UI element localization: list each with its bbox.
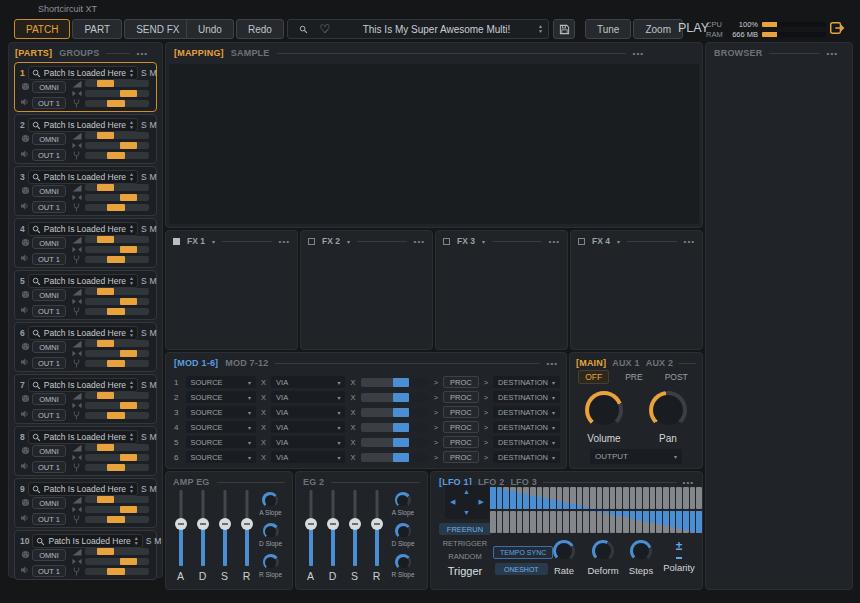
- mod-via-select[interactable]: VIA▾: [271, 451, 345, 463]
- part-slot[interactable]: 9Patch Is Loaded Here▲▼SMOMNIOUT 1: [14, 478, 157, 528]
- lfo-step-bar[interactable]: [636, 487, 642, 533]
- mod-depth-slider[interactable]: [361, 423, 429, 432]
- part-tune-slider[interactable]: [85, 568, 149, 575]
- lfo-step-bar[interactable]: [570, 487, 576, 533]
- a-slope-knob[interactable]: [395, 492, 411, 508]
- lfo-step-bar[interactable]: [656, 487, 662, 533]
- solo-button[interactable]: S: [141, 276, 147, 286]
- r-slope-knob[interactable]: [263, 554, 279, 570]
- mod-via-select[interactable]: VIA▾: [271, 376, 345, 388]
- output-select[interactable]: OUTPUT ▾: [590, 449, 682, 464]
- midi-channel-button[interactable]: OMNI: [32, 133, 66, 145]
- slider-handle[interactable]: [97, 444, 114, 451]
- chevron-down-icon[interactable]: ▾: [212, 238, 215, 245]
- adsr-a-slider[interactable]: [304, 490, 317, 566]
- routing-off-button[interactable]: OFF: [578, 370, 609, 384]
- part-tune-slider[interactable]: [85, 464, 149, 471]
- save-button[interactable]: [553, 19, 575, 39]
- lfo-step-bar[interactable]: [623, 487, 629, 533]
- dpad-right-icon[interactable]: ▶: [479, 498, 484, 505]
- part-slot[interactable]: 2Patch Is Loaded Here▲▼SMOMNIOUT 1: [14, 114, 157, 164]
- lfo-step-bar[interactable]: [683, 487, 689, 533]
- part-pan-slider[interactable]: [85, 454, 149, 461]
- fx-menu-icon[interactable]: •••: [549, 237, 560, 246]
- tune-button[interactable]: Tune: [585, 19, 631, 39]
- fx-enable-checkbox[interactable]: [443, 238, 450, 245]
- spinner-down-icon[interactable]: ▼: [129, 73, 134, 78]
- fx-enable-checkbox[interactable]: [578, 238, 585, 245]
- midi-channel-button[interactable]: OMNI: [32, 289, 66, 301]
- lfo-step-bar[interactable]: [590, 487, 596, 533]
- tab-mod-1-6[interactable]: [MOD 1-6]: [174, 358, 218, 368]
- patch-spinner[interactable]: ▲▼: [129, 484, 134, 494]
- freerun-button[interactable]: FREERUN: [439, 523, 491, 535]
- part-slot[interactable]: 10Patch Is Loaded Here▲▼SMOMNIOUT 1: [14, 530, 157, 580]
- mod-source-select[interactable]: SOURCE▾: [186, 391, 257, 403]
- lfo-step-bar[interactable]: [597, 487, 603, 533]
- part-pan-slider[interactable]: [85, 506, 149, 513]
- slider-handle[interactable]: [393, 423, 409, 432]
- patch-selector[interactable]: Patch Is Loaded Here▲▼: [28, 170, 138, 184]
- lfo-step-bar[interactable]: [503, 487, 509, 533]
- spinner-down-icon[interactable]: ▼: [129, 385, 134, 390]
- browser-menu-icon[interactable]: •••: [827, 49, 838, 58]
- slider-handle[interactable]: [107, 360, 124, 367]
- mod-depth-slider[interactable]: [361, 438, 429, 447]
- part-volume-slider[interactable]: [85, 80, 149, 87]
- slider-handle[interactable]: [197, 518, 209, 530]
- slider-handle[interactable]: [120, 142, 137, 149]
- lfo-step-bar[interactable]: [543, 487, 549, 533]
- slider-handle[interactable]: [393, 453, 409, 462]
- part-slot[interactable]: 3Patch Is Loaded Here▲▼SMOMNIOUT 1: [14, 166, 157, 216]
- spinner-down-icon[interactable]: ▼: [538, 29, 543, 34]
- solo-button[interactable]: S: [146, 536, 152, 546]
- solo-button[interactable]: S: [141, 172, 147, 182]
- mute-button[interactable]: M: [150, 484, 157, 494]
- patch-spinner[interactable]: ▲▼: [129, 172, 134, 182]
- spinner-down-icon[interactable]: ▼: [129, 125, 134, 130]
- d-slope-knob[interactable]: [395, 523, 411, 539]
- patch-selector[interactable]: Patch Is Loaded Here▲▼: [28, 66, 138, 80]
- pan-knob[interactable]: [649, 391, 687, 429]
- slider-handle[interactable]: [120, 402, 137, 409]
- fx-enable-checkbox[interactable]: [173, 238, 180, 245]
- solo-button[interactable]: S: [141, 120, 147, 130]
- lfo-step-bar[interactable]: [510, 487, 516, 533]
- lfo-step-bar[interactable]: [563, 487, 569, 533]
- adsr-d-slider[interactable]: [196, 490, 209, 566]
- part-volume-slider[interactable]: [85, 496, 149, 503]
- mod-source-select[interactable]: SOURCE▾: [186, 376, 257, 388]
- slider-handle[interactable]: [107, 256, 124, 263]
- mod-depth-slider[interactable]: [361, 453, 429, 462]
- midi-channel-button[interactable]: OMNI: [32, 393, 66, 405]
- tab-mod-7-12[interactable]: MOD 7-12: [225, 358, 268, 368]
- lfo-step-bar[interactable]: [676, 487, 682, 533]
- slider-handle[interactable]: [97, 236, 114, 243]
- spinner-down-icon[interactable]: ▼: [129, 281, 134, 286]
- solo-button[interactable]: S: [141, 432, 147, 442]
- lfo-step-bar[interactable]: [557, 487, 563, 533]
- favorite-heart-icon[interactable]: ♡: [315, 24, 335, 34]
- slider-handle[interactable]: [107, 204, 124, 211]
- slider-handle[interactable]: [107, 308, 124, 315]
- part-pan-slider[interactable]: [85, 298, 149, 305]
- patch-spinner[interactable]: ▲▼: [129, 328, 134, 338]
- d-slope-knob[interactable]: [263, 523, 279, 539]
- lfo-shape-dpad[interactable]: ▲ ▼ ◀ ▶: [445, 485, 489, 519]
- solo-button[interactable]: S: [141, 224, 147, 234]
- chevron-down-icon[interactable]: ▾: [347, 238, 350, 245]
- mod-via-select[interactable]: VIA▾: [271, 436, 345, 448]
- part-volume-slider[interactable]: [85, 132, 149, 139]
- slider-handle[interactable]: [97, 80, 114, 87]
- mod-source-select[interactable]: SOURCE▾: [186, 421, 257, 433]
- midi-channel-button[interactable]: OMNI: [32, 237, 66, 249]
- slider-handle[interactable]: [393, 408, 409, 417]
- tab-send-fx[interactable]: SEND FX: [124, 19, 191, 39]
- output-route-button[interactable]: OUT 1: [32, 409, 66, 421]
- slider-handle[interactable]: [97, 496, 114, 503]
- mod-proc-button[interactable]: PROC: [443, 451, 479, 463]
- mod-depth-slider[interactable]: [361, 408, 429, 417]
- adsr-r-slider[interactable]: [240, 490, 253, 566]
- mute-button[interactable]: M: [150, 328, 157, 338]
- part-volume-slider[interactable]: [85, 392, 149, 399]
